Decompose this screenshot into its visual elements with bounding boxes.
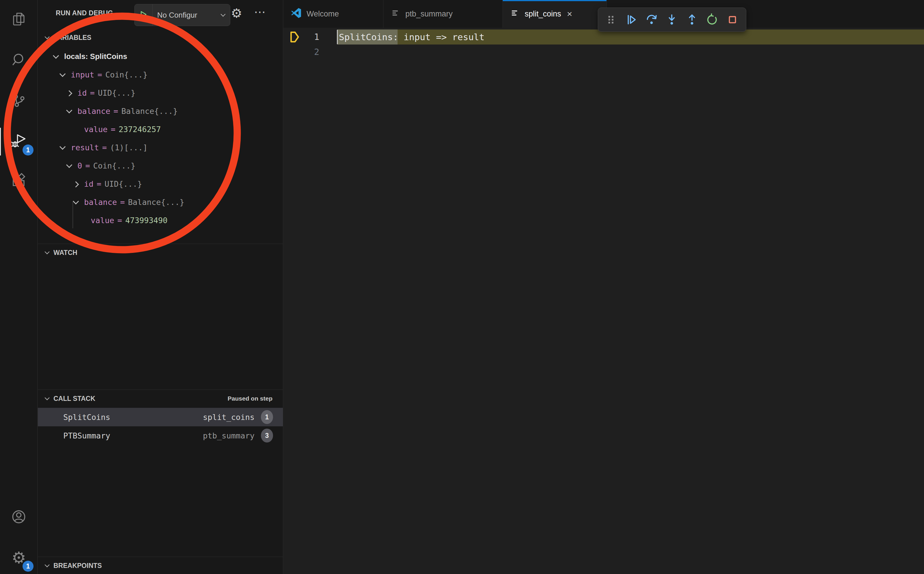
variable-row[interactable]: value=473993490 <box>38 211 283 229</box>
watch-section: WATCH <box>38 244 283 390</box>
chevron-down-icon <box>45 249 50 254</box>
start-debug-button[interactable] <box>135 4 153 26</box>
call-stack-frame[interactable]: SplitCoins split_coins 1 <box>38 408 283 426</box>
file-list-icon <box>391 8 400 20</box>
activity-bar: 1 ⚙ 1 <box>0 0 38 574</box>
vscode-logo-icon <box>291 8 301 20</box>
tab-welcome[interactable]: Welcome <box>283 0 383 28</box>
debug-badge: 1 <box>22 145 33 156</box>
frame-badge: 3 <box>261 429 273 443</box>
frame-badge: 1 <box>261 410 273 424</box>
variable-row[interactable]: value=237246257 <box>38 120 283 139</box>
restart-button[interactable] <box>702 9 723 30</box>
variable-row[interactable]: input=Coin{...} <box>38 66 283 84</box>
debug-settings-gear-icon[interactable]: ⚙ <box>231 6 242 20</box>
breakpoints-header[interactable]: BREAKPOINTS <box>38 557 283 574</box>
account-icon <box>11 509 27 526</box>
pause-status: Paused on step <box>228 395 272 402</box>
watch-header[interactable]: WATCH <box>38 244 283 261</box>
variables-section: VARIABLES locals: SplitCoins input=Coin{… <box>38 29 283 244</box>
code-editor[interactable]: 1 SplitCoins: input => result 2 <box>283 28 924 574</box>
variable-row[interactable]: locals: SplitCoins <box>38 47 283 66</box>
chevron-down-icon <box>73 198 79 204</box>
chevron-down-icon <box>45 563 50 567</box>
activity-search-button[interactable] <box>0 44 38 77</box>
variable-row[interactable]: id=UID{...} <box>38 84 283 102</box>
activity-account-button[interactable] <box>0 501 38 533</box>
variable-row[interactable]: result=(1)[...] <box>38 139 283 157</box>
call-stack-frame[interactable]: PTBSummary ptb_summary 3 <box>38 426 283 445</box>
chevron-down-icon <box>45 35 50 39</box>
text-cursor <box>337 30 338 44</box>
toolbar-drag-handle[interactable] <box>601 9 621 30</box>
step-into-button[interactable] <box>662 9 682 30</box>
variable-row[interactable]: id=UID{...} <box>38 175 283 193</box>
variables-tree: locals: SplitCoins input=Coin{...} id=UI… <box>38 47 283 229</box>
editor-group: Welcome ptb_summary split_coins <box>283 0 924 574</box>
activity-run-debug-button[interactable]: 1 <box>0 125 38 158</box>
stop-button[interactable] <box>723 9 743 30</box>
file-list-icon <box>510 8 519 20</box>
chevron-down-icon <box>45 395 50 400</box>
settings-badge: 1 <box>22 561 33 572</box>
step-over-button[interactable] <box>641 9 662 30</box>
code-line-2: 2 <box>283 44 924 60</box>
files-icon <box>11 11 27 28</box>
debug-toolbar <box>598 8 746 32</box>
tab-ptb-summary[interactable]: ptb_summary <box>383 0 503 28</box>
chevron-down-icon <box>60 71 66 77</box>
activity-explorer-button[interactable] <box>0 3 38 36</box>
call-stack-list: SplitCoins split_coins 1 PTBSummary ptb_… <box>38 408 283 445</box>
activity-source-control-button[interactable] <box>0 85 38 117</box>
line-number: 1 <box>283 30 319 44</box>
chevron-down-icon <box>221 12 226 17</box>
variable-row[interactable]: balance=Balance{...} <box>38 193 283 211</box>
chevron-down-icon <box>66 162 72 168</box>
more-actions-icon[interactable]: ⋯ <box>254 5 266 19</box>
search-icon <box>11 52 27 69</box>
variable-row[interactable]: 0=Coin{...} <box>38 157 283 175</box>
breakpoints-section: BREAKPOINTS <box>38 557 283 574</box>
chevron-down-icon <box>66 107 72 113</box>
call-stack-header[interactable]: CALL STACK Paused on step <box>38 390 283 407</box>
step-out-button[interactable] <box>682 9 702 30</box>
continue-button[interactable] <box>621 9 641 30</box>
config-label: No Configur <box>153 11 221 20</box>
tree-indent-guide <box>72 202 73 228</box>
launch-config-dropdown[interactable]: No Configur <box>134 4 230 26</box>
variables-header[interactable]: VARIABLES <box>38 29 283 46</box>
chevron-right-icon <box>73 181 79 187</box>
chevron-down-icon <box>60 144 66 150</box>
code-text: SplitCoins: input => result <box>339 30 485 44</box>
line-number: 2 <box>283 44 319 60</box>
extensions-icon <box>11 173 27 189</box>
tab-split-coins[interactable]: split_coins × <box>503 0 607 28</box>
chevron-right-icon <box>66 90 72 96</box>
call-stack-section: CALL STACK Paused on step SplitCoins spl… <box>38 390 283 557</box>
git-branch-icon <box>11 93 27 110</box>
activity-extensions-button[interactable] <box>0 165 38 197</box>
chevron-down-icon <box>53 53 59 59</box>
play-icon <box>140 11 147 19</box>
debug-sidebar: RUN AND DEBUG No Configur ⚙ ⋯ VARIABLES … <box>38 0 283 574</box>
sidebar-title: RUN AND DEBUG <box>56 9 132 17</box>
activity-settings-button[interactable]: ⚙ 1 <box>0 542 38 574</box>
close-icon[interactable]: × <box>567 9 572 19</box>
variable-row[interactable]: balance=Balance{...} <box>38 102 283 120</box>
